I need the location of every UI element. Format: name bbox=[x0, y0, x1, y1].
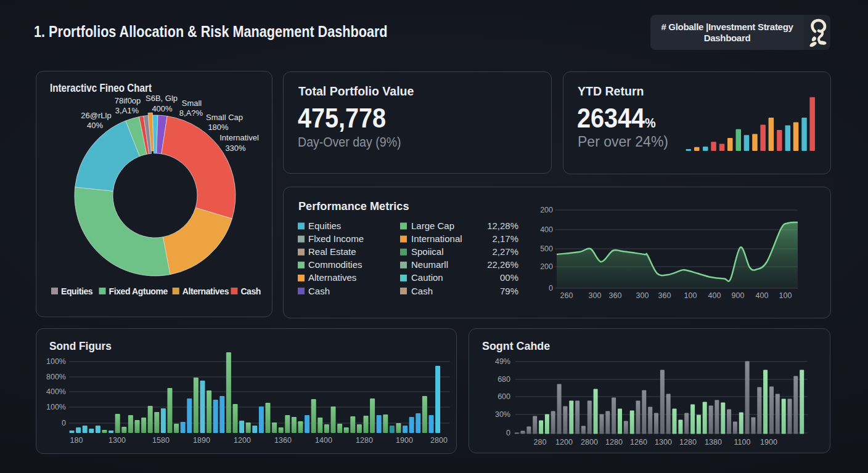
svg-text:100: 100 bbox=[779, 291, 792, 300]
svg-text:200: 200 bbox=[540, 262, 553, 271]
svg-text:Commodities: Commodities bbox=[308, 259, 362, 270]
svg-text:0: 0 bbox=[506, 429, 510, 437]
svg-text:500: 500 bbox=[540, 245, 553, 253]
svg-text:260: 260 bbox=[560, 291, 573, 300]
svg-text:900: 900 bbox=[732, 291, 745, 300]
svg-text:Large Cap: Large Cap bbox=[411, 220, 454, 231]
svg-text:680: 680 bbox=[497, 375, 510, 384]
svg-text:78if0op: 78if0op bbox=[115, 96, 141, 105]
svg-text:00%: 00% bbox=[500, 272, 518, 283]
svg-text:Small Cap: Small Cap bbox=[206, 113, 243, 122]
svg-text:360: 360 bbox=[609, 291, 622, 300]
svg-text:2,27%: 2,27% bbox=[492, 246, 518, 257]
svg-text:2800: 2800 bbox=[430, 436, 448, 445]
svg-text:1900: 1900 bbox=[396, 436, 413, 445]
svg-text:1400: 1400 bbox=[315, 436, 332, 445]
svg-text:79%: 79% bbox=[500, 286, 518, 296]
svg-text:International: International bbox=[411, 233, 462, 244]
svg-text:1890: 1890 bbox=[193, 436, 210, 445]
svg-text:S6B, Glp: S6B, Glp bbox=[145, 94, 178, 103]
svg-text:1280: 1280 bbox=[356, 436, 373, 445]
svg-text:49%: 49% bbox=[495, 357, 510, 366]
svg-text:Real Estate: Real Estate bbox=[308, 246, 356, 257]
svg-text:Flxed Income: Flxed Income bbox=[308, 233, 364, 244]
svg-text:Cash: Cash bbox=[240, 286, 261, 296]
svg-text:400%: 400% bbox=[152, 104, 173, 113]
svg-text:300: 300 bbox=[636, 291, 649, 300]
svg-text:22,26%: 22,26% bbox=[487, 259, 518, 270]
svg-text:600: 600 bbox=[497, 392, 510, 401]
svg-text:180: 180 bbox=[70, 436, 83, 445]
svg-text:Small: Small bbox=[182, 99, 202, 108]
svg-text:12,28%: 12,28% bbox=[487, 220, 518, 231]
svg-text:Equities: Equities bbox=[308, 220, 341, 231]
svg-text:Spoiical: Spoiical bbox=[411, 246, 444, 257]
svg-text:1300: 1300 bbox=[108, 436, 126, 445]
svg-text:400: 400 bbox=[756, 291, 769, 300]
svg-text:Alternatives: Alternatives bbox=[182, 286, 229, 296]
svg-text:1200: 1200 bbox=[555, 438, 573, 447]
svg-text:100: 100 bbox=[684, 291, 697, 300]
svg-text:40%: 40% bbox=[87, 121, 103, 130]
svg-text:1200: 1200 bbox=[234, 436, 251, 445]
svg-text:360: 360 bbox=[658, 291, 671, 300]
svg-text:3,A1%: 3,A1% bbox=[115, 106, 139, 115]
svg-text:Fixed Agtuome: Fixed Agtuome bbox=[109, 286, 168, 296]
svg-text:2,17%: 2,17% bbox=[492, 233, 518, 244]
svg-text:Cash: Cash bbox=[308, 286, 330, 296]
svg-text:400: 400 bbox=[708, 291, 721, 300]
svg-text:Cash: Cash bbox=[411, 286, 433, 296]
svg-text:8,A?%: 8,A?% bbox=[179, 108, 203, 118]
svg-text:300: 300 bbox=[589, 291, 602, 300]
svg-text:Internativel: Internativel bbox=[219, 133, 259, 142]
svg-text:1580: 1580 bbox=[152, 436, 170, 445]
svg-text:Equities: Equities bbox=[61, 286, 93, 296]
svg-text:26@rLlp: 26@rLlp bbox=[81, 111, 111, 120]
svg-text:30%: 30% bbox=[495, 410, 510, 419]
svg-text:1900: 1900 bbox=[760, 438, 777, 447]
svg-text:280: 280 bbox=[534, 438, 547, 447]
svg-text:1260: 1260 bbox=[630, 438, 647, 447]
svg-text:Alternatives: Alternatives bbox=[308, 272, 356, 283]
svg-text:800%: 800% bbox=[46, 373, 66, 381]
svg-text:100%: 100% bbox=[46, 403, 66, 411]
svg-text:1100: 1100 bbox=[734, 438, 751, 447]
svg-text:400%: 400% bbox=[46, 387, 66, 396]
svg-text:100%: 100% bbox=[46, 357, 66, 366]
svg-text:1280: 1280 bbox=[605, 438, 623, 447]
svg-text:0: 0 bbox=[62, 419, 66, 427]
svg-text:Neumarll: Neumarll bbox=[411, 259, 448, 270]
svg-text:400: 400 bbox=[540, 225, 553, 234]
svg-text:1360: 1360 bbox=[274, 436, 292, 445]
svg-text:200: 200 bbox=[540, 206, 553, 214]
svg-text:0: 0 bbox=[549, 284, 553, 293]
svg-text:1280: 1280 bbox=[679, 438, 697, 447]
svg-text:Caution: Caution bbox=[411, 272, 443, 283]
svg-text:2800: 2800 bbox=[581, 438, 598, 447]
svg-text:180%: 180% bbox=[208, 123, 229, 132]
svg-text:330%: 330% bbox=[225, 144, 246, 153]
svg-text:1300: 1300 bbox=[655, 438, 672, 447]
svg-text:1380: 1380 bbox=[705, 438, 722, 447]
